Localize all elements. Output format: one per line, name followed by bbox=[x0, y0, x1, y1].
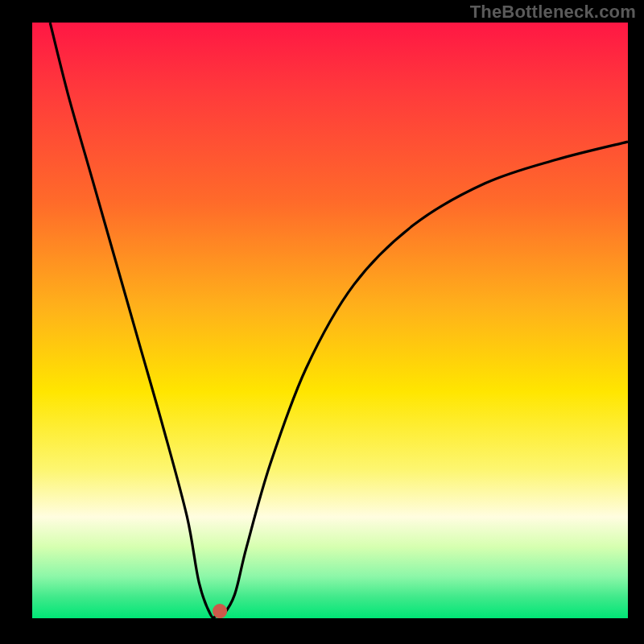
watermark-text: TheBottleneck.com bbox=[470, 2, 636, 23]
chart-frame: TheBottleneck.com bbox=[0, 0, 644, 644]
optimal-marker-dot bbox=[213, 604, 227, 618]
chart-svg bbox=[0, 0, 644, 644]
